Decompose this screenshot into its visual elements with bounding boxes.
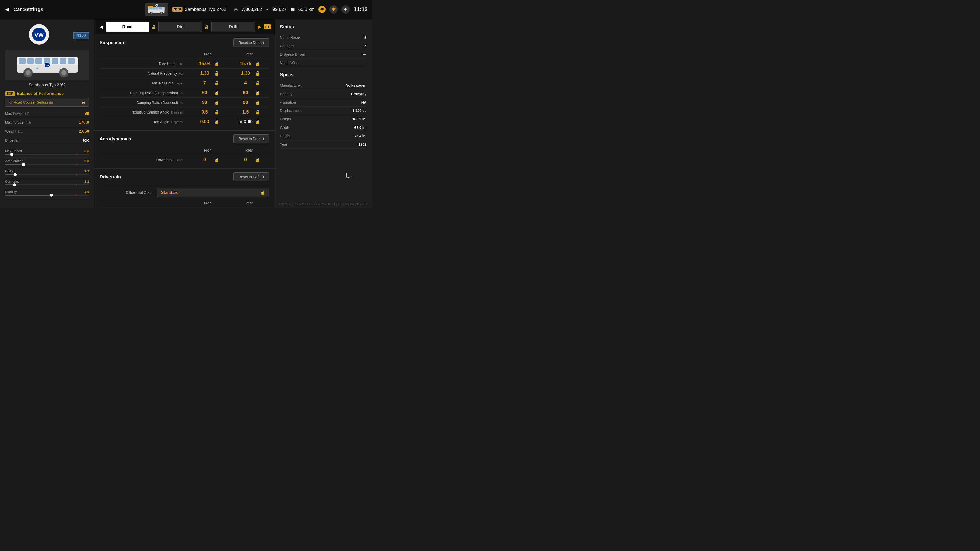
ride-height-rear-lock[interactable]: 🔒 — [255, 61, 260, 66]
length-label: Length — [280, 117, 291, 121]
damping-compression-front-lock[interactable]: 🔒 — [215, 90, 220, 95]
bop-info-bar[interactable]: for Road Course (Setting dis... 🔒 — [5, 98, 89, 106]
height-label: Height — [280, 134, 290, 138]
damping-compression-front: 60 — [197, 90, 212, 95]
downforce-front-lock[interactable]: 🔒 — [215, 157, 220, 162]
toe-angle-front-cell: 0.00 🔒 — [188, 119, 229, 124]
manufacturer-value: Volkswagen — [346, 83, 366, 87]
ride-height-front-lock[interactable]: 🔒 — [215, 61, 220, 66]
svg-text:VW: VW — [156, 5, 159, 6]
width-row: Width 68.9 in. — [280, 124, 366, 132]
svg-rect-10 — [148, 6, 153, 7]
displacement-row: Displacement 1,192 cc — [280, 106, 366, 115]
acceleration-track[interactable] — [5, 164, 89, 165]
tab-next-arrow[interactable]: ▶ — [256, 23, 262, 31]
length-row: Length 168.9 in. — [280, 115, 366, 124]
specs-title: Specs — [280, 72, 366, 78]
svg-text:🏪: 🏪 — [36, 67, 39, 70]
svg-rect-5 — [159, 7, 162, 10]
cornering-track[interactable] — [5, 184, 89, 186]
status-title: Status — [280, 24, 366, 30]
natural-frequency-rear-lock[interactable]: 🔒 — [255, 71, 260, 76]
anti-roll-bars-rear-cell: 4 🔒 — [229, 80, 269, 86]
damping-rebound-rear: 90 — [238, 100, 253, 105]
manufacturer-label: Manufacturer — [280, 83, 301, 87]
toe-angle-front-lock[interactable]: 🔒 — [215, 119, 220, 124]
trophy-icon[interactable]: 🏆 — [329, 5, 338, 14]
anti-roll-bars-rear-lock[interactable]: 🔒 — [255, 81, 260, 86]
n-badge: N100 — [172, 7, 183, 12]
lsd-initial-torque-row: LSD Initial Torque Level -- 🔒 -- 🔒 — [100, 208, 269, 208]
top-center: VW N100 Sambabus Typ 2 '62 — [145, 3, 226, 16]
natural-frequency-label: Natural Frequency Hz — [100, 71, 188, 76]
changes-value: 5 — [364, 44, 366, 48]
toe-angle-rear-lock[interactable]: 🔒 — [255, 119, 260, 124]
camber-front-lock[interactable]: 🔒 — [215, 110, 220, 114]
stability-slider: Stability 4.9 — [5, 188, 89, 198]
max-power-label: Max Power HP — [5, 111, 29, 116]
cornering-label: Cornering — [5, 179, 20, 183]
num-wins-label: No. of Wins — [280, 61, 298, 65]
max-speed-slider: Max Speed 0.6 — [5, 148, 89, 158]
downforce-row: Downforce Level 0 🔒 0 🔒 — [100, 155, 269, 165]
num-races-row: No. of Races 2 — [280, 33, 366, 42]
drivetrain-row: Drivetrain RR — [5, 136, 89, 145]
downforce-front-cell: 0 🔒 — [188, 157, 229, 162]
car-model-name: Sambabus Typ 2 '62 — [5, 83, 89, 87]
level-badge-top: 48 — [318, 6, 326, 13]
car-thumbnail: VW — [145, 3, 169, 16]
max-power-row: Max Power HP 98 — [5, 109, 89, 118]
suspension-reset-button[interactable]: Reset to Default — [233, 38, 269, 47]
back-button[interactable]: ◀ — [5, 6, 10, 13]
displacement-label: Displacement — [280, 109, 302, 113]
natural-frequency-front-lock[interactable]: 🔒 — [215, 71, 220, 76]
drivetrain-title: Drivetrain — [100, 174, 121, 179]
settings-icon[interactable]: ⚙ — [342, 5, 350, 14]
toe-angle-label: Toe Angle Degrees — [100, 120, 188, 124]
svg-point-29 — [61, 70, 66, 75]
drivetrain-reset-button[interactable]: Reset to Default — [233, 172, 269, 181]
aspiration-row: Aspiration NA — [280, 98, 366, 106]
tab-road[interactable]: Road — [106, 22, 149, 32]
manufacturer-row: Manufacturer Volkswagen — [280, 81, 366, 90]
tab-drift[interactable]: Drift — [211, 22, 255, 32]
tab-prev-arrow[interactable]: ◀ — [98, 23, 104, 31]
damping-rebound-front-lock[interactable]: 🔒 — [215, 100, 220, 105]
anti-roll-bars-label: Anti-Roll Bars Level — [100, 81, 188, 85]
damping-rebound-rear-lock[interactable]: 🔒 — [255, 100, 260, 105]
anti-roll-bars-row: Anti-Roll Bars Level 7 🔒 4 🔒 — [100, 78, 269, 88]
drivetrain-col-headers: Front Rear — [100, 200, 269, 206]
tab-dirt[interactable]: Dirt — [159, 22, 202, 32]
anti-roll-bars-front-lock[interactable]: 🔒 — [215, 81, 220, 86]
svg-rect-4 — [156, 7, 159, 10]
max-speed-track[interactable] — [5, 154, 89, 155]
mouse-cursor — [346, 172, 352, 178]
differential-value-cell[interactable]: Standard 🔒 — [157, 188, 269, 197]
car-thumbnail-svg: VW — [147, 4, 167, 15]
differential-value: Standard — [161, 190, 179, 195]
damping-compression-rear-lock[interactable]: 🔒 — [255, 90, 260, 95]
toe-angle-front: 0.00 — [197, 119, 212, 124]
car-image: VW 🏪 — [5, 50, 89, 80]
height-value: 76.4 in. — [355, 134, 366, 138]
distance-display: 60.8 km — [298, 7, 315, 12]
aspiration-value: NA — [361, 100, 366, 104]
downforce-rear-lock[interactable]: 🔒 — [255, 157, 260, 162]
damping-compression-row: Damping Ratio (Compression) % 60 🔒 60 🔒 — [100, 88, 269, 97]
ride-height-front-cell: 15.04 🔒 — [188, 61, 229, 66]
car-logo: VW — [29, 24, 49, 44]
suspension-title: Suspension — [100, 40, 126, 45]
damping-compression-rear-cell: 60 🔒 — [229, 90, 269, 95]
damping-rebound-front: 90 — [197, 100, 212, 105]
car-level-badge: N100 — [73, 32, 89, 39]
bop-title: Balance of Performance — [17, 91, 64, 96]
camber-rear-lock[interactable]: 🔒 — [255, 110, 260, 114]
braking-track[interactable] — [5, 174, 89, 175]
natural-frequency-row: Natural Frequency Hz 1.30 🔒 1.30 🔒 — [100, 68, 269, 78]
height-row: Height 76.4 in. — [280, 132, 366, 140]
stability-track[interactable] — [5, 195, 89, 196]
aerodynamics-reset-button[interactable]: Reset to Default — [233, 135, 269, 143]
displacement-value: 1,192 cc — [353, 109, 367, 113]
braking-value: 1.2 — [84, 169, 89, 173]
changes-label: Changes — [280, 44, 294, 48]
